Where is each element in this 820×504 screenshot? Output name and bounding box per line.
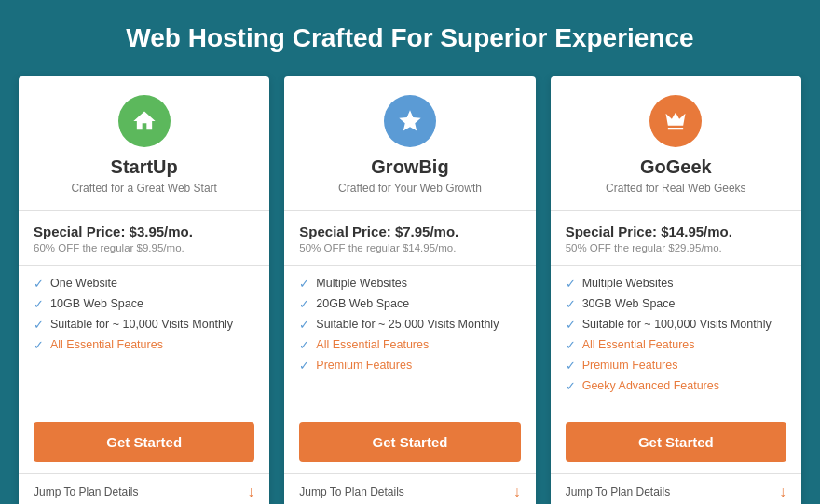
- startup-jump-label: Jump To Plan Details: [34, 485, 139, 498]
- startup-jump-arrow-icon: ↓: [247, 484, 254, 500]
- gogeek-jump-label: Jump To Plan Details: [566, 485, 671, 498]
- feature-item: ✓30GB Web Space: [566, 297, 786, 311]
- gogeek-footer[interactable]: Jump To Plan Details↓: [551, 473, 801, 504]
- feature-item: ✓Suitable for ~ 10,000 Visits Monthly: [34, 318, 254, 332]
- page-title: Web Hosting Crafted For Superior Experie…: [126, 22, 693, 54]
- growbig-get-started-button[interactable]: Get Started: [299, 422, 520, 462]
- plans-container: StartUpCrafted for a Great Web StartSpec…: [19, 76, 801, 504]
- feature-item: ✓Premium Features: [566, 359, 786, 373]
- growbig-feature-link-4[interactable]: Premium Features: [316, 359, 412, 372]
- gogeek-pricing: Special Price: $14.95/mo.50% OFF the reg…: [551, 211, 801, 266]
- plan-card-gogeek: GoGeekCrafted for Real Web GeeksSpecial …: [551, 76, 801, 504]
- plan-card-startup: StartUpCrafted for a Great Web StartSpec…: [19, 76, 269, 504]
- feature-item: ✓One Website: [34, 277, 254, 291]
- startup-name: StartUp: [111, 157, 178, 178]
- startup-tagline: Crafted for a Great Web Start: [71, 182, 217, 195]
- plan-header-startup: StartUpCrafted for a Great Web Start: [19, 76, 269, 211]
- feature-item: ✓Multiple Websites: [299, 277, 520, 291]
- growbig-cta-section: Get Started: [284, 411, 535, 473]
- growbig-price: Special Price: $7.95/mo.: [299, 224, 520, 239]
- check-icon: ✓: [299, 318, 309, 332]
- check-icon: ✓: [34, 297, 44, 311]
- growbig-features: ✓Multiple Websites✓20GB Web Space✓Suitab…: [284, 266, 535, 411]
- feature-item: ✓Geeky Advanced Features: [566, 379, 786, 393]
- gogeek-feature-text-2: Suitable for ~ 100,000 Visits Monthly: [582, 318, 772, 331]
- feature-item: ✓Premium Features: [299, 359, 520, 373]
- growbig-tagline: Crafted for Your Web Growth: [338, 182, 482, 195]
- gogeek-tagline: Crafted for Real Web Geeks: [606, 182, 746, 195]
- check-icon: ✓: [566, 297, 576, 311]
- check-icon: ✓: [34, 338, 44, 352]
- gogeek-feature-text-1: 30GB Web Space: [582, 297, 676, 310]
- growbig-jump-arrow-icon: ↓: [513, 484, 521, 500]
- check-icon: ✓: [299, 297, 309, 311]
- plan-header-gogeek: GoGeekCrafted for Real Web Geeks: [551, 76, 801, 211]
- gogeek-feature-text-0: Multiple Websites: [582, 277, 674, 290]
- startup-features: ✓One Website✓10GB Web Space✓Suitable for…: [19, 266, 269, 411]
- gogeek-features: ✓Multiple Websites✓30GB Web Space✓Suitab…: [551, 266, 801, 411]
- gogeek-cta-section: Get Started: [551, 411, 801, 473]
- gogeek-feature-link-4[interactable]: Premium Features: [582, 359, 678, 372]
- startup-discount: 60% OFF the regular $9.95/mo.: [34, 242, 254, 253]
- gogeek-discount: 50% OFF the regular $29.95/mo.: [566, 242, 786, 253]
- feature-item: ✓Suitable for ~ 100,000 Visits Monthly: [566, 318, 786, 332]
- check-icon: ✓: [566, 338, 576, 352]
- startup-get-started-button[interactable]: Get Started: [34, 422, 254, 462]
- startup-feature-text-0: One Website: [50, 277, 117, 290]
- feature-item: ✓Suitable for ~ 25,000 Visits Monthly: [299, 318, 520, 332]
- feature-item: ✓All Essential Features: [566, 338, 786, 352]
- gogeek-price: Special Price: $14.95/mo.: [566, 224, 786, 239]
- growbig-feature-text-2: Suitable for ~ 25,000 Visits Monthly: [316, 318, 499, 331]
- plan-header-growbig: GrowBigCrafted for Your Web Growth: [284, 76, 535, 211]
- feature-item: ✓All Essential Features: [34, 338, 254, 352]
- growbig-name: GrowBig: [371, 157, 448, 178]
- startup-icon: [118, 95, 171, 147]
- gogeek-icon: [649, 95, 702, 147]
- growbig-discount: 50% OFF the regular $14.95/mo.: [299, 242, 520, 253]
- gogeek-get-started-button[interactable]: Get Started: [566, 422, 786, 462]
- growbig-pricing: Special Price: $7.95/mo.50% OFF the regu…: [284, 211, 535, 266]
- gogeek-feature-link-3[interactable]: All Essential Features: [582, 338, 695, 351]
- startup-cta-section: Get Started: [19, 411, 269, 473]
- growbig-feature-link-3[interactable]: All Essential Features: [316, 338, 429, 351]
- startup-feature-link-3[interactable]: All Essential Features: [50, 338, 163, 351]
- check-icon: ✓: [34, 277, 44, 291]
- feature-item: ✓20GB Web Space: [299, 297, 520, 311]
- feature-item: ✓10GB Web Space: [34, 297, 254, 311]
- check-icon: ✓: [566, 318, 576, 332]
- check-icon: ✓: [566, 359, 576, 373]
- check-icon: ✓: [299, 277, 309, 291]
- growbig-footer[interactable]: Jump To Plan Details↓: [284, 473, 535, 504]
- check-icon: ✓: [566, 277, 576, 291]
- plan-card-growbig: GrowBigCrafted for Your Web GrowthSpecia…: [284, 76, 535, 504]
- growbig-feature-text-0: Multiple Websites: [316, 277, 407, 290]
- startup-feature-text-1: 10GB Web Space: [50, 297, 144, 310]
- feature-item: ✓Multiple Websites: [566, 277, 786, 291]
- gogeek-jump-arrow-icon: ↓: [779, 484, 786, 500]
- check-icon: ✓: [299, 338, 309, 352]
- startup-footer[interactable]: Jump To Plan Details↓: [19, 473, 269, 504]
- check-icon: ✓: [34, 318, 44, 332]
- growbig-feature-text-1: 20GB Web Space: [316, 297, 409, 310]
- growbig-icon: [384, 95, 436, 147]
- check-icon: ✓: [299, 359, 309, 373]
- startup-pricing: Special Price: $3.95/mo.60% OFF the regu…: [19, 211, 269, 266]
- startup-feature-text-2: Suitable for ~ 10,000 Visits Monthly: [50, 318, 233, 331]
- growbig-jump-label: Jump To Plan Details: [299, 485, 404, 498]
- startup-price: Special Price: $3.95/mo.: [34, 224, 254, 239]
- feature-item: ✓All Essential Features: [299, 338, 520, 352]
- gogeek-name: GoGeek: [640, 157, 712, 178]
- gogeek-feature-link-5[interactable]: Geeky Advanced Features: [582, 379, 719, 392]
- check-icon: ✓: [566, 379, 576, 393]
